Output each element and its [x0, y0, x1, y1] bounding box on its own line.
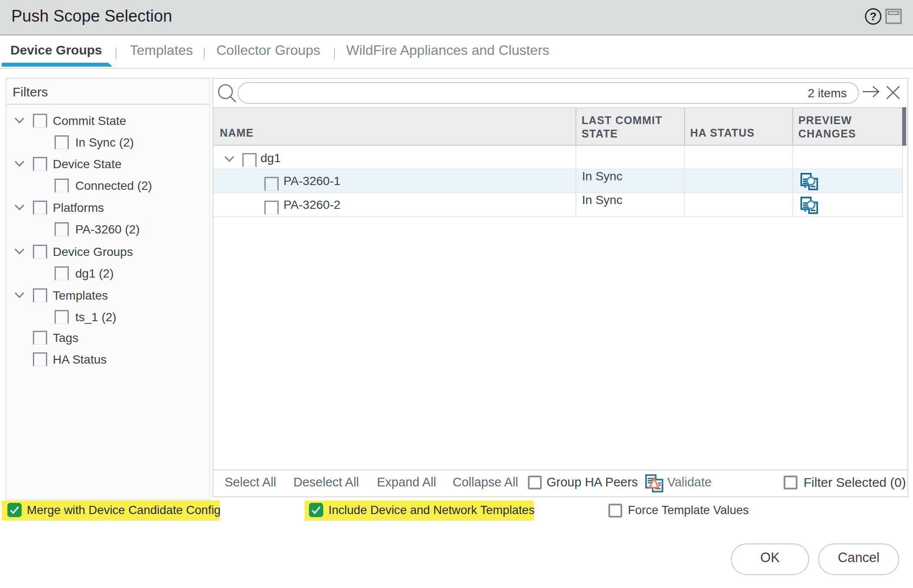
svg-text:?: ? [870, 10, 877, 23]
